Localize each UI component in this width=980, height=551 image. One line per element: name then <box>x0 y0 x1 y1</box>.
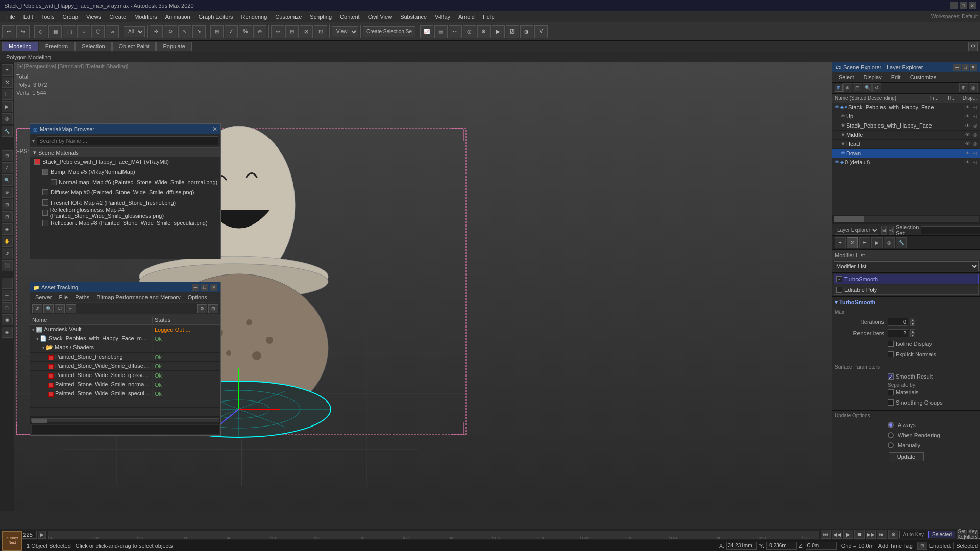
pan-icon[interactable]: ✋ <box>2 236 13 247</box>
menu-arnold[interactable]: Arnold <box>454 13 479 21</box>
snap-percent-button[interactable]: % <box>239 25 252 38</box>
z-coord-input[interactable] <box>806 542 837 550</box>
asset-scrollbar[interactable] <box>30 417 220 424</box>
circle-select-button[interactable]: ○ <box>77 25 90 38</box>
mirror-button[interactable]: ⇔ <box>271 25 284 38</box>
x-coord-input[interactable] <box>726 542 757 550</box>
se-row-stack[interactable]: 👁 Stack_Pebbles_with_Happy_Face 👁 ◎ <box>832 121 980 131</box>
menu-help[interactable]: Help <box>479 13 499 21</box>
display-panel-btn[interactable]: ◎ <box>884 237 895 248</box>
go-start-btn[interactable]: ⏮ <box>821 530 831 539</box>
se-find-btn[interactable]: 🔍 <box>863 83 872 92</box>
se-menu-customize[interactable]: Customize <box>906 73 941 81</box>
se-row-middle[interactable]: 👁 Middle 👁 ◎ <box>832 131 980 140</box>
utilities-panel-icon[interactable]: 🔧 <box>2 126 13 137</box>
edge-sub-icon[interactable]: ─ <box>2 290 13 301</box>
asset-row-normal[interactable]: Painted_Stone_Wide_Smile_normal.png Ok <box>30 380 220 389</box>
asset-find-btn[interactable]: 🔍 <box>43 304 54 313</box>
schematic-view-button[interactable]: ⋯ <box>449 25 462 38</box>
arc-rotate-icon[interactable]: ↺ <box>2 248 13 259</box>
menu-create[interactable]: Create <box>105 13 130 21</box>
se-layers-btn[interactable]: ⊞ <box>959 83 968 92</box>
iterations-down[interactable]: ▼ <box>910 322 915 326</box>
se-menu-display[interactable]: Display <box>860 73 886 81</box>
se-eye-icon-down[interactable]: 👁 <box>841 151 845 156</box>
se-render-head[interactable]: ◎ <box>972 140 979 147</box>
play-btn[interactable]: ▶ <box>843 530 853 539</box>
filter-dropdown[interactable]: All <box>124 26 145 37</box>
asset-row-fresnel[interactable]: Painted_Stone_fresnel.png Ok <box>30 353 220 362</box>
se-close[interactable]: ✕ <box>970 64 977 71</box>
update-button[interactable]: Update <box>889 452 924 461</box>
isoline-checkbox[interactable] <box>888 341 894 347</box>
align-button[interactable]: ⊟ <box>285 25 299 38</box>
field-of-view-icon[interactable]: ◈ <box>2 223 13 235</box>
se-maximize[interactable]: □ <box>962 64 969 71</box>
rotate-button[interactable]: ↻ <box>164 25 177 38</box>
se-menu-select[interactable]: Select <box>835 73 859 81</box>
menu-substance[interactable]: Substance <box>396 13 431 21</box>
zoom-all-icon[interactable]: ⊕ <box>2 187 13 198</box>
undo-button[interactable]: ↩ <box>2 25 15 38</box>
asset-maximize[interactable]: □ <box>201 284 208 291</box>
se-layer-dropdown[interactable]: Layer Explorer <box>835 226 879 235</box>
smoothing-groups-checkbox[interactable] <box>888 399 894 406</box>
iterations-up[interactable]: ▲ <box>910 318 915 322</box>
menu-graph-editors[interactable]: Graph Editors <box>194 13 237 21</box>
material-editor-button[interactable]: ◎ <box>463 25 476 38</box>
se-filter-btn[interactable]: ⊞ <box>835 84 843 92</box>
asset-scrollbar-thumb[interactable] <box>32 419 47 423</box>
menu-content[interactable]: Content <box>336 13 364 21</box>
scale-uniform-button[interactable]: ⇲ <box>192 25 206 38</box>
se-eye-icon-stack[interactable]: 👁 <box>841 123 845 128</box>
mod-editable-poly[interactable]: Editable Poly <box>834 285 979 295</box>
material-item-2[interactable]: Normal map: Map #6 (Painted_Stone_Wide_S… <box>30 177 220 187</box>
create-panel-btn[interactable]: ✦ <box>835 237 846 248</box>
mat-browser-search-input[interactable] <box>37 136 218 145</box>
select-by-name-button[interactable]: ▦ <box>48 25 62 38</box>
se-render-root[interactable]: ◎ <box>972 104 979 111</box>
se-eye-icon-middle[interactable]: 👁 <box>841 132 845 137</box>
asset-menu-paths[interactable]: Paths <box>72 294 92 301</box>
asset-row-vault[interactable]: ▾🏢 Autodesk Vault Logged Out ... <box>30 325 220 334</box>
se-scroll-area[interactable] <box>832 215 980 224</box>
menu-file[interactable]: File <box>2 13 19 21</box>
view-dropdown[interactable]: View <box>332 26 358 37</box>
se-sel-set-input[interactable] <box>921 226 980 234</box>
element-sub-icon[interactable]: ◈ <box>2 327 13 338</box>
mod-turbosmooth[interactable]: ✓ TurboSmooth <box>834 274 979 284</box>
se-row-root[interactable]: 👁 ◈ ▾ Stack_Pebbles_with_Happy_Face 👁 ◎ <box>832 103 980 112</box>
se-eye-icon-head[interactable]: 👁 <box>841 141 845 146</box>
motion-panel-btn[interactable]: ▶ <box>871 237 883 248</box>
se-eye-default[interactable]: 👁 <box>964 159 971 166</box>
menu-views[interactable]: Views <box>82 13 105 21</box>
go-end-btn[interactable]: ⏭ <box>877 530 887 539</box>
prev-key-btn[interactable]: ◀◀ <box>832 530 842 539</box>
close-button[interactable]: ✕ <box>969 2 976 9</box>
settings-button[interactable]: ⚙ <box>968 42 978 51</box>
se-eye-down[interactable]: 👁 <box>964 149 971 157</box>
normal-align-button[interactable]: ⊠ <box>300 25 313 38</box>
se-sync-btn[interactable]: ↺ <box>872 83 881 92</box>
se-eye-root[interactable]: 👁 <box>964 104 971 111</box>
place-hl-button[interactable]: ⊡ <box>314 25 327 38</box>
minimize-button[interactable]: ─ <box>950 2 958 9</box>
menu-civil-view[interactable]: Civil View <box>364 13 396 21</box>
display-panel-icon[interactable]: ◎ <box>2 113 13 124</box>
material-item-3[interactable]: Diffuse: Map #0 (Painted_Stone_Wide_Smil… <box>30 187 220 197</box>
asset-minimize[interactable]: ─ <box>192 284 199 291</box>
tab-modeling[interactable]: Modeling <box>2 42 38 51</box>
maximize-button[interactable]: □ <box>960 2 967 9</box>
zoom-ext-icon[interactable]: ⊞ <box>2 199 13 210</box>
render-frame-button[interactable]: 🖼 <box>506 25 519 38</box>
asset-select-btn[interactable]: ☑ <box>55 304 65 313</box>
se-eye-stack[interactable]: 👁 <box>964 122 971 129</box>
asset-expand-btn[interactable]: ⊞ <box>208 304 218 313</box>
menu-vray[interactable]: V-Ray <box>431 13 454 21</box>
se-menu-edit[interactable]: Edit <box>887 73 905 81</box>
snap-angle-button[interactable]: ∠ <box>225 25 238 38</box>
se-render-stack[interactable]: ◎ <box>972 122 979 129</box>
modifier-list-dropdown[interactable]: Modifier List <box>834 261 979 271</box>
se-objects-btn[interactable]: ◎ <box>969 83 978 92</box>
vray-button[interactable]: V <box>534 25 548 38</box>
